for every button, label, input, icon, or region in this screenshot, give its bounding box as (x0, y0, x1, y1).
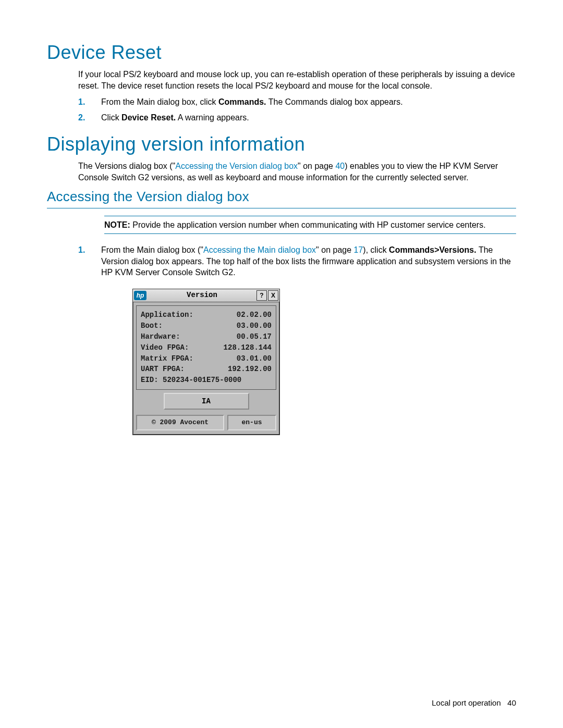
row-video-fpga: Video FPGA:128.128.144 (141, 343, 272, 353)
link-accessing-version[interactable]: Accessing the Version dialog box (175, 162, 298, 170)
paragraph-device-reset: If your local PS/2 keyboard and mouse lo… (78, 69, 516, 91)
heading-rule (47, 208, 516, 208)
row-eid: EID: 520234-001E75-0000 (141, 375, 272, 385)
note-text: Provide the application version number w… (130, 220, 486, 229)
note-block: NOTE: Provide the application version nu… (104, 216, 516, 235)
version-panel: Application:02.02.00 Boot:03.00.00 Hardw… (136, 305, 276, 390)
ia-button[interactable]: IA (164, 393, 249, 410)
hp-logo-icon: hp (134, 291, 146, 300)
titlebar: hp Version ? X (133, 289, 279, 302)
note-label: NOTE: (104, 220, 130, 229)
row-application: Application:02.02.00 (141, 310, 272, 320)
step-2: 2. Click Device Reset. A warning appears… (78, 112, 516, 124)
bold-commands: Commands. (218, 97, 266, 106)
bold-commands-versions: Commands>Versions. (389, 245, 476, 254)
copyright-cell: © 2009 Avocent (136, 415, 224, 430)
row-matrix-fpga: Matrix FPGA:03.01.00 (141, 354, 272, 364)
heading-device-reset: Device Reset (47, 42, 516, 64)
step-text: A warning appears. (176, 113, 249, 122)
heading-displaying-version: Displaying version information (47, 133, 516, 155)
paragraph-versions: The Versions dialog box ("Accessing the … (78, 161, 516, 183)
heading-accessing-version: Accessing the Version dialog box (47, 189, 516, 205)
lang-cell: en-us (227, 415, 276, 430)
step-text: Click (101, 113, 121, 122)
step-1b: 1. From the Main dialog box ("Accessing … (78, 244, 516, 278)
step-number: 1. (78, 96, 85, 108)
link-accessing-main[interactable]: Accessing the Main dialog box (203, 245, 316, 254)
step-number: 2. (78, 112, 85, 124)
dialog-title: Version (149, 290, 255, 300)
step-number: 1. (78, 244, 85, 256)
link-page-40[interactable]: 40 (335, 162, 345, 170)
close-button[interactable]: X (268, 290, 278, 301)
page-footer: Local port operation 40 (432, 698, 516, 707)
step-1: 1. From the Main dialog box, click Comma… (78, 96, 516, 108)
help-button[interactable]: ? (256, 290, 267, 301)
row-hardware: Hardware:00.05.17 (141, 332, 272, 342)
bold-device-reset: Device Reset. (121, 113, 176, 122)
row-boot: Boot:03.00.00 (141, 321, 272, 331)
version-dialog: hp Version ? X Application:02.02.00 Boot… (132, 289, 280, 435)
row-uart-fpga: UART FPGA:192.192.00 (141, 364, 272, 374)
link-page-17[interactable]: 17 (354, 245, 363, 254)
step-text: The Commands dialog box appears. (266, 97, 403, 106)
step-text: From the Main dialog box, click (101, 97, 218, 106)
